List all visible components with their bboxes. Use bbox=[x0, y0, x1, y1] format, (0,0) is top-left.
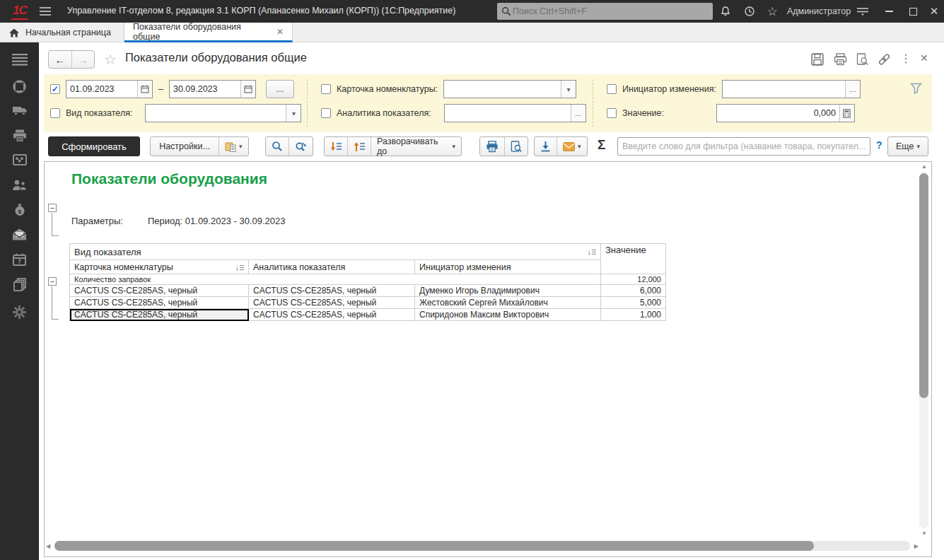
global-search-input[interactable] bbox=[511, 6, 695, 17]
cell-kartochka[interactable]: CACTUS CS-CE285AS, черный bbox=[70, 297, 249, 309]
cell-value[interactable]: 1,000 bbox=[601, 309, 666, 321]
kartochka-field[interactable]: ▾ bbox=[443, 80, 576, 98]
cell-kartochka[interactable]: CACTUS CS-CE285AS, черный bbox=[70, 285, 249, 297]
collapse-groups-button[interactable] bbox=[325, 137, 347, 156]
horizontal-scrollbar[interactable]: ◀ ▶ bbox=[46, 539, 919, 552]
znachenie-checkbox[interactable] bbox=[607, 108, 617, 118]
date-to-field[interactable] bbox=[169, 80, 256, 98]
close-window-button[interactable]: ✕ bbox=[925, 0, 943, 23]
maximize-button[interactable] bbox=[902, 0, 923, 23]
cell-initsiator[interactable]: Спиридонов Максим Викторович bbox=[415, 309, 601, 321]
notifications-bell-icon[interactable] bbox=[716, 0, 735, 23]
header-analitika[interactable]: Аналитика показателя bbox=[249, 260, 415, 274]
dropdown-caret-icon[interactable]: ▾ bbox=[286, 105, 301, 122]
printer-icon[interactable] bbox=[0, 129, 39, 142]
choose-ellipsis-icon[interactable]: ... bbox=[571, 105, 585, 122]
tab-report[interactable]: Показатели оборудования общие ✕ bbox=[124, 23, 293, 42]
preview-report-button[interactable] bbox=[504, 137, 528, 156]
quick-filter-input[interactable] bbox=[618, 141, 870, 151]
assets-flag-icon[interactable] bbox=[0, 154, 39, 165]
date-from-field[interactable] bbox=[66, 80, 153, 98]
header-initsiator[interactable]: Инициатор изменения bbox=[415, 260, 601, 274]
cell-initsiator[interactable]: Думенко Игорь Владимирович bbox=[415, 285, 601, 297]
service-menu-icon[interactable] bbox=[853, 0, 873, 23]
cell-analitika[interactable]: CACTUS CS-CE285AS, черный bbox=[249, 309, 415, 321]
table-row[interactable]: CACTUS CS-CE285AS, черный CACTUS CS-CE28… bbox=[70, 297, 666, 309]
cell-value[interactable]: 5,000 bbox=[601, 297, 666, 309]
period-more-button[interactable]: ... bbox=[266, 80, 294, 98]
forward-button[interactable]: → bbox=[72, 51, 95, 68]
header-znachenie[interactable]: Значение bbox=[601, 244, 666, 274]
documents-icon[interactable] bbox=[0, 278, 39, 291]
expand-to-button[interactable]: Разворачивать до ▾ bbox=[371, 137, 461, 156]
favorites-star-icon[interactable]: ☆ bbox=[762, 0, 782, 23]
vid-pokazatelya-field[interactable]: ▾ bbox=[145, 104, 301, 122]
vid-pokazatelya-checkbox[interactable] bbox=[50, 108, 60, 118]
cell-initsiator[interactable]: Жестовский Сергей Михайлович bbox=[415, 297, 601, 309]
current-user[interactable]: Администратор bbox=[783, 0, 854, 23]
more-actions-button[interactable]: Еще ▾ bbox=[887, 136, 928, 156]
table-row[interactable]: CACTUS CS-CE285AS, черный CACTUS CS-CE28… bbox=[70, 285, 666, 297]
scroll-down-icon[interactable]: ▼ bbox=[921, 530, 927, 537]
save-file-button[interactable] bbox=[535, 137, 557, 156]
main-menu-icon[interactable] bbox=[37, 0, 54, 23]
cell-analitika[interactable]: CACTUS CS-CE285AS, черный bbox=[249, 285, 415, 297]
scroll-right-icon[interactable]: ▶ bbox=[914, 543, 919, 549]
print-report-button[interactable] bbox=[480, 137, 504, 156]
history-icon[interactable] bbox=[740, 0, 759, 23]
dropdown-caret-icon[interactable]: ▾ bbox=[561, 81, 576, 98]
report-variants-button[interactable]: ▾ bbox=[218, 137, 248, 156]
group-label-cell[interactable]: Количество заправок bbox=[70, 274, 601, 285]
close-form-icon[interactable]: ✕ bbox=[920, 52, 928, 64]
scroll-up-icon[interactable]: ▲ bbox=[921, 163, 927, 170]
cell-kartochka-selected[interactable]: CACTUS CS-CE285AS, черный bbox=[70, 309, 249, 321]
hscroll-thumb[interactable] bbox=[54, 541, 814, 551]
back-button[interactable]: ← bbox=[49, 51, 72, 68]
table-row-group[interactable]: Количество заправок 12,000 bbox=[70, 274, 666, 285]
group-collapse-box[interactable]: − bbox=[48, 277, 57, 286]
znachenie-input[interactable] bbox=[717, 108, 839, 118]
choose-ellipsis-icon[interactable]: ... bbox=[845, 81, 860, 98]
calendar-picker-icon[interactable] bbox=[240, 81, 255, 98]
vertical-scrollbar[interactable]: ▲ ▼ bbox=[918, 163, 930, 537]
help-button[interactable]: ? bbox=[876, 139, 882, 151]
vid-pokazatelya-input[interactable] bbox=[146, 108, 286, 118]
save-icon[interactable] bbox=[811, 53, 824, 66]
date-from-input[interactable] bbox=[66, 84, 137, 94]
initsiator-input[interactable] bbox=[723, 84, 845, 94]
settings-gear-icon[interactable] bbox=[0, 305, 39, 319]
kartochka-checkbox[interactable] bbox=[321, 84, 331, 94]
calendar-icon[interactable]: 7 bbox=[0, 253, 39, 266]
delivery-truck-icon[interactable] bbox=[0, 105, 39, 116]
tab-close-icon[interactable]: ✕ bbox=[276, 27, 284, 37]
settings-button[interactable]: Настройки... bbox=[151, 137, 218, 156]
period-checkbox[interactable]: ✓ bbox=[50, 84, 60, 94]
finance-moneybag-icon[interactable]: $ bbox=[0, 204, 39, 217]
initsiator-checkbox[interactable] bbox=[607, 84, 617, 94]
calculator-icon[interactable] bbox=[839, 105, 854, 122]
more-dots-icon[interactable]: ⋮ bbox=[900, 52, 911, 65]
send-email-button[interactable]: ▾ bbox=[557, 137, 587, 156]
table-row[interactable]: CACTUS CS-CE285AS, черный CACTUS CS-CE28… bbox=[70, 309, 666, 321]
quick-filter-box[interactable] bbox=[617, 137, 870, 156]
header-kartochka[interactable]: Карточка номенклатуры ↓ bbox=[70, 260, 249, 274]
services-helm-icon[interactable] bbox=[0, 79, 39, 94]
analitika-input[interactable] bbox=[445, 108, 571, 118]
sum-sigma-icon[interactable]: Σ bbox=[598, 137, 605, 153]
expand-groups-button[interactable] bbox=[347, 137, 371, 156]
mail-open-icon[interactable] bbox=[0, 228, 39, 240]
scroll-left-icon[interactable]: ◀ bbox=[46, 543, 50, 549]
find-next-button[interactable] bbox=[289, 137, 313, 156]
find-button[interactable] bbox=[266, 137, 289, 156]
print-preview-icon[interactable] bbox=[856, 53, 868, 66]
sort-desc-icon[interactable]: ↓ bbox=[588, 248, 597, 256]
group-value-cell[interactable]: 12,000 bbox=[601, 274, 666, 285]
cell-analitika[interactable]: CACTUS CS-CE285AS, черный bbox=[249, 297, 415, 309]
header-vid-pokazatelya[interactable]: Вид показателя ↓ bbox=[70, 244, 601, 260]
print-icon[interactable] bbox=[834, 53, 847, 66]
group-collapse-box[interactable]: − bbox=[48, 204, 57, 212]
generate-button[interactable]: Сформировать bbox=[48, 136, 140, 156]
sections-menu-icon[interactable] bbox=[0, 54, 39, 66]
analitika-field[interactable]: ... bbox=[444, 104, 586, 122]
calendar-picker-icon[interactable] bbox=[137, 81, 152, 98]
